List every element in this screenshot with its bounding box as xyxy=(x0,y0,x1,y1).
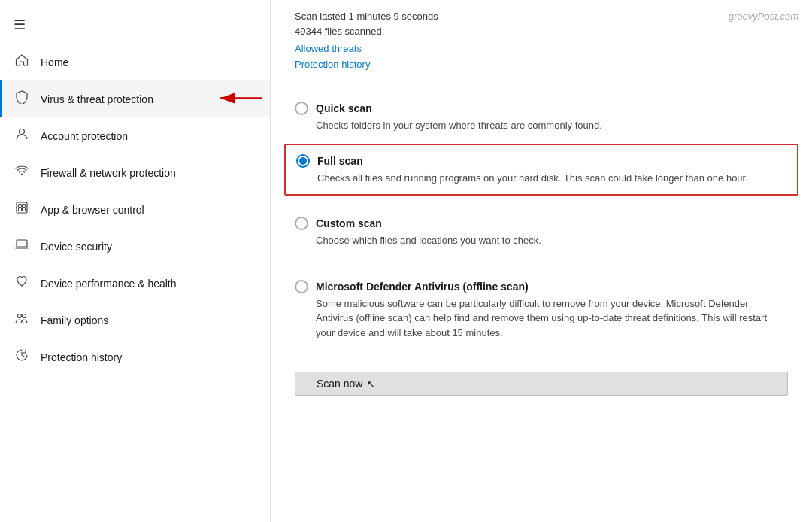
full-scan-header: Full scan xyxy=(296,154,786,168)
cursor-icon: ↖ xyxy=(367,378,375,390)
svg-point-9 xyxy=(18,314,22,318)
scan-now-button[interactable]: Scan now ↖ xyxy=(295,372,788,396)
sidebar: ☰ Home Virus & threat protection xyxy=(0,0,271,522)
app-window: ☰ Home Virus & threat protection xyxy=(0,0,812,522)
watermark: groovyPost.com xyxy=(729,11,798,22)
scan-options-list: Quick scan Checks folders in your system… xyxy=(295,91,788,351)
quick-scan-desc: Checks folders in your system where thre… xyxy=(316,118,788,133)
red-arrow-annotation xyxy=(211,90,264,108)
scan-option-full[interactable]: Full scan Checks all files and running p… xyxy=(284,144,798,196)
sidebar-item-label-account: Account protection xyxy=(41,130,128,142)
quick-scan-header: Quick scan xyxy=(295,102,788,115)
sidebar-item-label-family: Family options xyxy=(41,314,108,326)
sidebar-item-protection-history[interactable]: Protection history xyxy=(0,338,270,375)
sidebar-item-virus-threat[interactable]: Virus & threat protection xyxy=(0,80,270,117)
history-icon xyxy=(14,348,30,366)
svg-rect-7 xyxy=(23,208,26,211)
full-scan-radio[interactable] xyxy=(296,154,310,168)
health-icon xyxy=(14,275,30,292)
quick-scan-title: Quick scan xyxy=(316,102,372,114)
shield-icon xyxy=(14,90,30,108)
sidebar-item-label-home: Home xyxy=(41,56,68,68)
family-icon xyxy=(14,311,30,329)
custom-scan-title: Custom scan xyxy=(316,217,382,229)
sidebar-item-firewall[interactable]: Firewall & network protection xyxy=(0,154,270,191)
files-scanned: 49344 files scanned. xyxy=(295,24,788,39)
scan-option-offline[interactable]: Microsoft Defender Antivirus (offline sc… xyxy=(295,269,788,351)
full-scan-radio-dot xyxy=(299,157,307,165)
sidebar-item-home[interactable]: Home xyxy=(0,44,270,80)
sidebar-item-label-app: App & browser control xyxy=(41,204,144,216)
sidebar-item-label-device: Device security xyxy=(41,241,112,253)
scan-now-label: Scan now xyxy=(317,378,362,390)
person-icon xyxy=(14,127,30,144)
sidebar-item-label-health: Device performance & health xyxy=(41,278,177,290)
sidebar-item-label-prot-history: Protection history xyxy=(41,351,122,363)
svg-rect-6 xyxy=(19,208,22,211)
custom-scan-radio[interactable] xyxy=(295,217,308,230)
custom-scan-desc: Choose which files and locations you wan… xyxy=(316,233,788,248)
scan-duration: Scan lasted 1 minutes 9 seconds xyxy=(295,9,788,24)
svg-rect-3 xyxy=(17,202,27,213)
svg-rect-5 xyxy=(23,205,26,208)
sidebar-item-app-browser[interactable]: App & browser control xyxy=(0,191,270,228)
main-content: groovyPost.com Scan lasted 1 minutes 9 s… xyxy=(271,0,812,522)
sidebar-item-label-virus: Virus & threat protection xyxy=(41,93,153,105)
full-scan-title: Full scan xyxy=(317,155,363,167)
svg-rect-4 xyxy=(19,205,22,208)
svg-point-2 xyxy=(20,129,25,135)
scan-info: Scan lasted 1 minutes 9 seconds 49344 fi… xyxy=(295,0,788,76)
svg-point-10 xyxy=(23,314,26,318)
allowed-threats-link[interactable]: Allowed threats xyxy=(295,43,788,54)
sidebar-item-device-security[interactable]: Device security xyxy=(0,228,270,265)
offline-scan-radio[interactable] xyxy=(295,280,308,293)
sidebar-item-account[interactable]: Account protection xyxy=(0,117,270,154)
quick-scan-radio[interactable] xyxy=(295,102,308,115)
home-icon xyxy=(14,53,30,71)
custom-scan-header: Custom scan xyxy=(295,217,788,230)
scan-option-quick[interactable]: Quick scan Checks folders in your system… xyxy=(295,91,788,144)
svg-rect-8 xyxy=(17,240,27,247)
wifi-icon xyxy=(14,164,30,181)
protection-history-link[interactable]: Protection history xyxy=(295,59,788,70)
app-icon xyxy=(14,201,30,218)
offline-scan-title: Microsoft Defender Antivirus (offline sc… xyxy=(316,281,529,293)
offline-scan-desc: Some malicious software can be particula… xyxy=(316,296,788,341)
hamburger-menu[interactable]: ☰ xyxy=(0,6,270,44)
full-scan-desc: Checks all files and running programs on… xyxy=(317,171,786,186)
offline-scan-header: Microsoft Defender Antivirus (offline sc… xyxy=(295,280,788,293)
hamburger-icon: ☰ xyxy=(14,17,26,32)
sidebar-item-label-firewall: Firewall & network protection xyxy=(41,167,176,179)
sidebar-item-family[interactable]: Family options xyxy=(0,302,270,338)
scan-option-custom[interactable]: Custom scan Choose which files and locat… xyxy=(295,206,788,259)
sidebar-item-device-health[interactable]: Device performance & health xyxy=(0,265,270,302)
laptop-icon xyxy=(14,238,30,255)
